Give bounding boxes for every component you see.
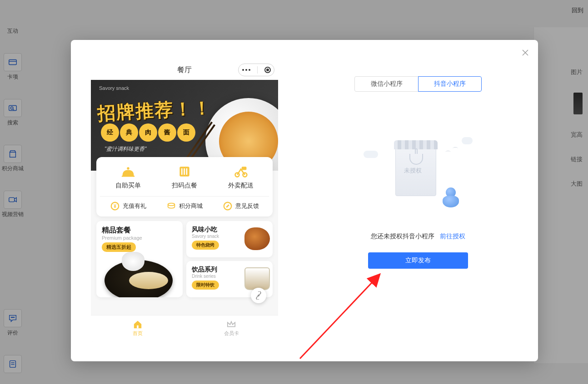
cat-title: 精品套餐 (102, 226, 177, 235)
category-row: 精品套餐 Premium package 精选五折起 风味小吃 Savory s… (96, 221, 273, 297)
close-program-icon[interactable] (264, 67, 271, 73)
wings-image (244, 227, 270, 250)
menu-label: 意见反馈 (235, 202, 259, 210)
menu-label: 自助买单 (115, 182, 141, 190)
food-image (129, 272, 168, 289)
phone-header: 餐厅 (91, 60, 278, 80)
unauthorized-illustration: 未授权 (364, 133, 473, 214)
circle-char: 面 (177, 123, 195, 142)
close-icon[interactable] (521, 48, 530, 57)
banner-small-label: Savory snack (99, 85, 129, 91)
publish-config-panel: 微信小程序 抖音小程序 未授权 您还未授权抖音小程序 前往授权 立即发布 (298, 40, 538, 361)
coins-icon (166, 201, 176, 211)
svg-point-26 (168, 203, 175, 206)
svg-rect-20 (186, 168, 188, 175)
tab-home[interactable]: 首页 (91, 315, 184, 341)
dish-icon (120, 164, 136, 179)
circle-char: 酱 (158, 123, 176, 142)
tab-label: 首页 (133, 330, 143, 337)
svg-rect-15 (122, 176, 135, 177)
cat-badge: 精选五折起 (102, 242, 136, 252)
cat-subtitle: Premium package (102, 235, 177, 241)
category-snack[interactable]: 风味小吃 Savory snack 特色烧烤 (186, 221, 273, 257)
svg-rect-28 (137, 325, 139, 328)
menu-delivery[interactable]: 外卖配送 (213, 164, 269, 190)
main-menu-card: 自助买单 扫码点餐 外卖配送 ¥ 充值有礼 (96, 157, 273, 217)
menu-recharge[interactable]: ¥ 充值有礼 (110, 201, 146, 211)
delivery-icon (233, 164, 249, 179)
svg-rect-19 (184, 168, 185, 175)
svg-text:¥: ¥ (114, 204, 116, 209)
small-menu-row: ¥ 充值有礼 积分商城 意见反馈 (100, 201, 269, 211)
circle-char: 典 (120, 123, 138, 142)
menu-points-mall[interactable]: 积分商城 (166, 201, 203, 211)
home-icon (133, 320, 143, 329)
svg-rect-18 (181, 168, 183, 175)
svg-rect-23 (242, 167, 247, 170)
menu-label: 扫码点餐 (172, 182, 197, 190)
banner-circles: 经 典 肉 酱 面 (101, 123, 195, 142)
go-authorize-link[interactable]: 前往授权 (440, 232, 465, 240)
menu-self-checkout[interactable]: 自助买单 (100, 164, 156, 190)
banner-title: 招牌推荐！！ (97, 95, 213, 126)
mini-program-capsule[interactable] (238, 64, 274, 76)
menu-feedback[interactable]: 意见反馈 (223, 201, 259, 211)
svg-point-16 (127, 167, 129, 169)
auth-status-text: 您还未授权抖音小程序 前往授权 (371, 232, 465, 241)
person-shape (443, 187, 459, 208)
circle-char: 经 (101, 123, 119, 142)
qr-icon (176, 164, 193, 179)
phone-preview: 餐厅 Savory snack 招牌推荐！！ 经 典 肉 酱 (91, 60, 278, 341)
illus-label: 未授权 (404, 167, 422, 175)
menu-label: 充值有礼 (123, 202, 146, 210)
menu-scan-order[interactable]: 扫码点餐 (156, 164, 213, 190)
auth-text: 您还未授权抖音小程序 (371, 232, 434, 240)
phone-title: 餐厅 (177, 65, 192, 75)
publish-modal: 餐厅 Savory snack 招牌推荐！！ 经 典 肉 酱 (71, 40, 538, 361)
tab-wechat-miniprogram[interactable]: 微信小程序 (354, 76, 418, 92)
cat-badge: 限时特饮 (192, 281, 219, 290)
edit-icon (223, 201, 233, 211)
menu-label: 积分商城 (179, 202, 203, 210)
drink-image (244, 267, 270, 290)
bottom-tabs: 首页 会员卡 (91, 315, 278, 341)
tab-douyin-miniprogram[interactable]: 抖音小程序 (418, 76, 482, 92)
tab-label: 会员卡 (224, 330, 239, 337)
circle-char: 肉 (139, 123, 157, 142)
store-shape: 未授权 (395, 142, 436, 196)
publish-button[interactable]: 立即发布 (368, 252, 468, 269)
floating-link-button[interactable] (251, 288, 266, 303)
banner-subtitle: "蜜汁调料味更香" (105, 145, 147, 153)
preview-panel: 餐厅 Savory snack 招牌推荐！！ 经 典 肉 酱 (71, 40, 298, 361)
tab-member[interactable]: 会员卡 (184, 315, 278, 341)
coin-icon: ¥ (110, 201, 120, 211)
crown-icon (226, 320, 236, 329)
category-premium[interactable]: 精品套餐 Premium package 精选五折起 (96, 221, 183, 297)
big-menu-row: 自助买单 扫码点餐 外卖配送 (100, 164, 269, 190)
menu-label: 外卖配送 (228, 182, 254, 190)
cat-badge: 特色烧烤 (192, 241, 219, 250)
more-icon[interactable] (242, 69, 250, 71)
program-type-toggle: 微信小程序 抖音小程序 (354, 76, 482, 92)
